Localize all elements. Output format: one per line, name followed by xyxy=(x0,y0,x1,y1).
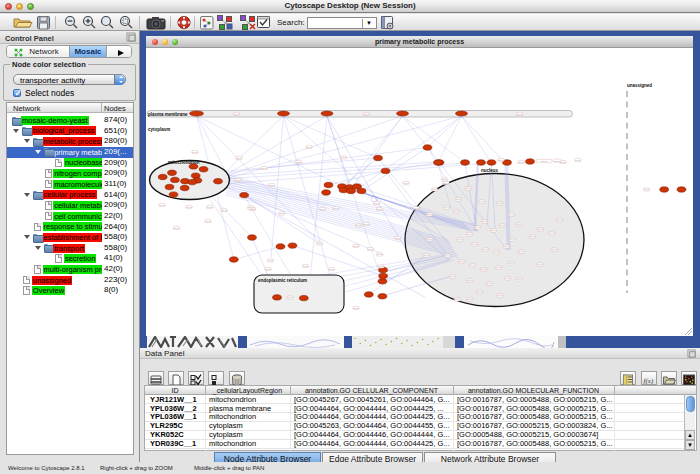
svg-text:[xx x]: [xx x] xyxy=(541,160,546,162)
svg-text:[xx x]: [xx x] xyxy=(174,227,179,229)
svg-text:[xx x]: [xx x] xyxy=(470,264,475,266)
svg-text:[xx x]: [xx x] xyxy=(459,260,464,262)
svg-text:[xx x]: [xx x] xyxy=(504,245,509,247)
svg-text:[xx x]: [xx x] xyxy=(497,294,502,296)
svg-text:[xx x]: [xx x] xyxy=(475,226,480,228)
svg-text:[xx x]: [xx x] xyxy=(186,206,191,208)
svg-text:[xx x]: [xx x] xyxy=(317,242,322,244)
svg-text:[xx x]: [xx x] xyxy=(517,113,522,115)
svg-text:[xx x]: [xx x] xyxy=(159,204,164,206)
svg-text:[xx x]: [xx x] xyxy=(549,232,554,234)
svg-text:endoplasmic reticulum: endoplasmic reticulum xyxy=(258,278,307,283)
svg-text:[xx x]: [xx x] xyxy=(374,202,379,204)
svg-text:unassigned: unassigned xyxy=(627,83,652,88)
svg-text:[xx x]: [xx x] xyxy=(207,206,212,208)
svg-text:[xx x]: [xx x] xyxy=(265,268,270,270)
svg-text:[xx x]: [xx x] xyxy=(192,151,197,153)
svg-text:[xx x]: [xx x] xyxy=(491,229,496,231)
svg-text:[xx x]: [xx x] xyxy=(509,213,514,215)
svg-text:[xx x]: [xx x] xyxy=(494,251,499,253)
svg-text:[xx x]: [xx x] xyxy=(444,206,449,208)
svg-text:[xx x]: [xx x] xyxy=(205,220,210,222)
svg-text:[xx x]: [xx x] xyxy=(479,200,484,202)
svg-text:[xx x]: [xx x] xyxy=(279,212,284,214)
svg-text:nucleus: nucleus xyxy=(481,168,499,173)
svg-text:[xx x]: [xx x] xyxy=(364,113,369,115)
svg-text:[xx x]: [xx x] xyxy=(234,113,239,115)
svg-text:[xx x]: [xx x] xyxy=(427,238,432,240)
svg-text:[xx x]: [xx x] xyxy=(472,243,477,245)
svg-text:[xx x]: [xx x] xyxy=(221,209,226,211)
svg-text:[xx x]: [xx x] xyxy=(235,179,240,181)
svg-text:[xx x]: [xx x] xyxy=(363,223,368,225)
svg-text:[xx x]: [xx x] xyxy=(477,291,482,293)
svg-text:[xx x]: [xx x] xyxy=(456,198,461,200)
svg-text:[xx x]: [xx x] xyxy=(445,254,450,256)
svg-text:[xx x]: [xx x] xyxy=(517,278,522,280)
svg-text:cytoplasm: cytoplasm xyxy=(148,127,170,132)
svg-text:[xx x]: [xx x] xyxy=(537,263,542,265)
svg-text:[xx x]: [xx x] xyxy=(268,259,273,261)
svg-text:mitochondrion: mitochondrion xyxy=(168,160,200,165)
svg-text:[xx x]: [xx x] xyxy=(509,262,514,264)
svg-text:[xx x]: [xx x] xyxy=(498,159,503,161)
svg-text:[xx x]: [xx x] xyxy=(482,220,487,222)
svg-text:[xx x]: [xx x] xyxy=(530,235,535,237)
svg-text:[xx x]: [xx x] xyxy=(306,146,311,148)
svg-text:[xx x]: [xx x] xyxy=(450,275,455,277)
svg-text:[xx x]: [xx x] xyxy=(467,298,472,300)
svg-text:[xx x]: [xx x] xyxy=(454,210,459,212)
svg-text:f(x): f(x) xyxy=(644,377,654,385)
svg-text:[xx x]: [xx x] xyxy=(442,178,447,180)
svg-text:[xx x]: [xx x] xyxy=(261,167,266,169)
svg-text:[xx x]: [xx x] xyxy=(500,224,505,226)
svg-text:[xx x]: [xx x] xyxy=(554,160,559,162)
svg-text:[xx x]: [xx x] xyxy=(378,265,383,267)
svg-text:[xx x]: [xx x] xyxy=(510,238,515,240)
svg-text:[xx x]: [xx x] xyxy=(517,223,522,225)
svg-text:[xx x]: [xx x] xyxy=(287,296,292,298)
svg-text:[xx x]: [xx x] xyxy=(403,182,408,184)
svg-text:[xx x]: [xx x] xyxy=(432,188,437,190)
svg-text:[xx x]: [xx x] xyxy=(377,208,382,210)
svg-text:[xx x]: [xx x] xyxy=(457,238,462,240)
svg-text:[xx x]: [xx x] xyxy=(505,277,510,279)
svg-text:[xx x]: [xx x] xyxy=(329,268,334,270)
svg-text:[xx x]: [xx x] xyxy=(341,156,346,158)
svg-text:[xx x]: [xx x] xyxy=(575,159,580,161)
svg-text:[xx x]: [xx x] xyxy=(518,161,523,163)
svg-text:[xx x]: [xx x] xyxy=(497,202,502,204)
svg-text:[xx x]: [xx x] xyxy=(496,266,501,268)
svg-text:[xx x]: [xx x] xyxy=(519,250,524,252)
svg-text:[xx x]: [xx x] xyxy=(644,188,649,190)
svg-text:[xx x]: [xx x] xyxy=(427,213,432,215)
svg-text:[xx x]: [xx x] xyxy=(395,237,400,239)
svg-text:[xx x]: [xx x] xyxy=(538,228,543,230)
svg-text:[xx x]: [xx x] xyxy=(413,207,418,209)
svg-text:[xx x]: [xx x] xyxy=(236,157,241,159)
svg-text:[xx x]: [xx x] xyxy=(320,208,325,210)
svg-text:[xx x]: [xx x] xyxy=(467,279,472,281)
svg-text:[xx x]: [xx x] xyxy=(557,218,562,220)
svg-text:[xx x]: [xx x] xyxy=(303,265,308,267)
svg-text:[xx x]: [xx x] xyxy=(483,248,488,250)
svg-text:[xx x]: [xx x] xyxy=(333,207,338,209)
svg-text:[xx x]: [xx x] xyxy=(248,206,253,208)
svg-text:[xx x]: [xx x] xyxy=(353,307,358,309)
svg-text:[xx x]: [xx x] xyxy=(560,161,565,163)
svg-text:[xx x]: [xx x] xyxy=(481,268,486,270)
svg-text:[xx x]: [xx x] xyxy=(296,161,301,163)
svg-text:[xx x]: [xx x] xyxy=(424,254,429,256)
svg-text:[xx x]: [xx x] xyxy=(552,248,557,250)
svg-text:[xx x]: [xx x] xyxy=(377,253,382,255)
svg-text:plasma membrane: plasma membrane xyxy=(148,112,188,117)
svg-text:[xx x]: [xx x] xyxy=(368,248,373,250)
svg-text:[xx x]: [xx x] xyxy=(356,224,361,226)
svg-text:[xx x]: [xx x] xyxy=(487,282,492,284)
svg-text:[xx x]: [xx x] xyxy=(443,182,448,184)
svg-text:[xx x]: [xx x] xyxy=(466,187,471,189)
svg-text:[xx x]: [xx x] xyxy=(467,233,472,235)
svg-text:[xx x]: [xx x] xyxy=(269,184,274,186)
svg-text:[xx x]: [xx x] xyxy=(353,245,358,247)
svg-text:[xx x]: [xx x] xyxy=(455,298,460,300)
